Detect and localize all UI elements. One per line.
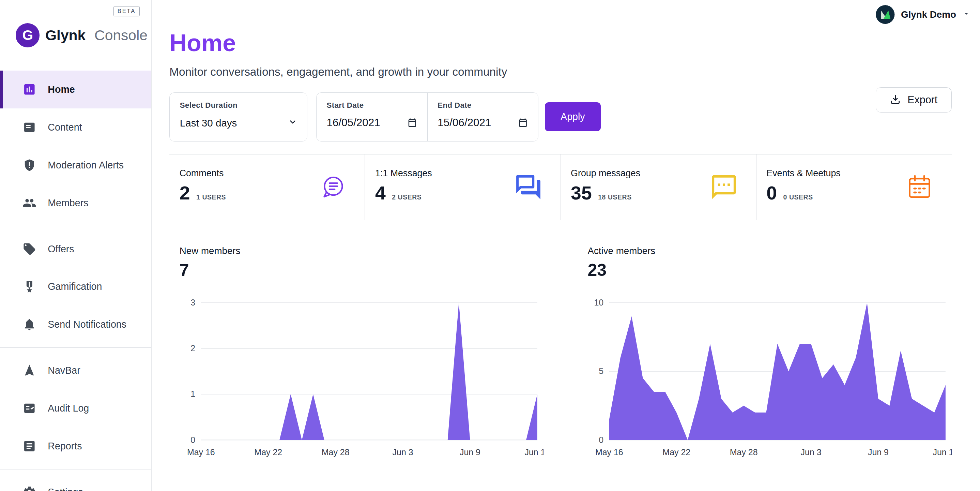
sidebar-item-navbar[interactable]: NavBar <box>0 352 151 389</box>
divider <box>169 483 952 483</box>
svg-text:10: 10 <box>594 297 603 307</box>
sidebar-item-settings[interactable]: Settings <box>0 473 151 491</box>
new-members-chart-block: New members 7 0123May 16May 22May 28Jun … <box>180 246 544 460</box>
sidebar-item-reports[interactable]: Reports <box>0 427 151 465</box>
calendar-icon <box>407 118 417 128</box>
svg-text:1: 1 <box>191 389 195 399</box>
end-date-input[interactable]: End Date 15/06/2021 <box>427 93 538 141</box>
svg-text:3: 3 <box>191 297 195 307</box>
caret-down-icon <box>962 9 970 21</box>
divider <box>0 469 151 470</box>
reports-icon <box>22 439 37 453</box>
sidebar: BETA G Glynk Console Home Content <box>0 0 152 491</box>
page-subtitle: Monitor conversations, engagement, and g… <box>169 65 952 78</box>
chevron-down-icon <box>288 117 297 129</box>
svg-text:5: 5 <box>599 366 603 376</box>
new-members-area-chart: 0123May 16May 22May 28Jun 3Jun 9Jun 15 <box>180 296 544 460</box>
chart-total: 7 <box>180 260 544 280</box>
svg-text:2: 2 <box>191 343 195 353</box>
svg-text:Jun 15: Jun 15 <box>932 447 952 457</box>
active-members-chart-block: Active members 23 0510May 16May 22May 28… <box>588 246 952 460</box>
duration-select[interactable]: Last 30 days <box>180 117 297 129</box>
members-icon <box>22 196 37 210</box>
gear-icon <box>22 485 37 491</box>
user-menu[interactable]: Glynk Demo <box>876 5 970 24</box>
charts-row: New members 7 0123May 16May 22May 28Jun … <box>169 246 952 460</box>
sidebar-item-label: NavBar <box>48 365 80 376</box>
calendar-icon <box>905 173 934 202</box>
svg-text:0: 0 <box>191 435 195 444</box>
filter-bar: Select Duration Last 30 days Start Date … <box>169 92 952 142</box>
end-date-label: End Date <box>438 101 528 110</box>
start-date-input[interactable]: Start Date 16/05/2021 <box>317 93 427 141</box>
beta-badge: BETA <box>113 6 140 16</box>
stats-row: Comments 2 1 USERS 1:1 Messages 4 <box>169 154 952 220</box>
stat-users: 1 USERS <box>196 193 226 201</box>
page-title: Home <box>169 29 952 57</box>
divider <box>0 347 151 348</box>
svg-text:May 16: May 16 <box>187 447 215 457</box>
date-range-field: Start Date 16/05/2021 End Date 15/06/202… <box>316 92 538 142</box>
sidebar-item-label: Content <box>48 122 82 133</box>
sidebar-item-label: Moderation Alerts <box>48 159 124 171</box>
sidebar-item-content[interactable]: Content <box>0 108 151 146</box>
stat-card-messages: 1:1 Messages 4 2 USERS <box>364 155 560 220</box>
sidebar-item-label: Settings <box>48 486 83 491</box>
medal-icon <box>22 280 37 294</box>
sidebar-item-label: Reports <box>48 440 82 452</box>
apply-button[interactable]: Apply <box>545 102 601 131</box>
comment-bubble-icon <box>318 173 347 202</box>
sidebar-item-label: Members <box>48 198 88 209</box>
brand-name: Glynk <box>45 27 86 44</box>
sidebar-nav: Home Content Moderation Alerts Members <box>0 70 151 491</box>
svg-text:Jun 9: Jun 9 <box>460 447 480 457</box>
export-button[interactable]: Export <box>876 87 952 113</box>
user-name: Glynk Demo <box>901 9 956 20</box>
duration-value: Last 30 days <box>180 117 237 129</box>
avatar <box>876 5 894 24</box>
chart-title: Active members <box>588 246 952 257</box>
shield-icon <box>22 158 37 172</box>
sidebar-item-send-notifications[interactable]: Send Notifications <box>0 306 151 343</box>
sidebar-item-label: Home <box>48 84 75 95</box>
svg-text:Jun 9: Jun 9 <box>867 447 888 457</box>
duration-field: Select Duration Last 30 days <box>169 92 307 142</box>
end-date-value: 15/06/2021 <box>438 116 491 129</box>
stat-users: 2 USERS <box>392 193 422 201</box>
svg-text:May 22: May 22 <box>662 447 690 457</box>
bar-chart-icon <box>22 83 37 97</box>
svg-text:Jun 3: Jun 3 <box>392 447 413 457</box>
audit-log-icon <box>22 401 37 415</box>
export-label: Export <box>907 94 937 106</box>
bell-icon <box>22 317 37 332</box>
chart-title: New members <box>180 246 544 257</box>
stat-users: 0 USERS <box>783 193 813 201</box>
stat-card-events: Events & Meetups 0 0 USERS <box>756 155 952 220</box>
sidebar-item-label: Gamification <box>48 281 102 292</box>
brand-suffix: Console <box>94 27 148 44</box>
stat-value: 2 <box>180 182 190 204</box>
sidebar-item-home[interactable]: Home <box>0 70 151 108</box>
download-icon <box>890 94 901 105</box>
group-chat-icon <box>710 173 738 202</box>
chat-bubbles-icon <box>514 173 543 202</box>
sidebar-item-moderation-alerts[interactable]: Moderation Alerts <box>0 146 151 184</box>
svg-text:Jun 3: Jun 3 <box>800 447 821 457</box>
start-date-label: Start Date <box>326 101 417 110</box>
main-content: Glynk Demo Home Monitor conversations, e… <box>152 0 980 491</box>
app-root: BETA G Glynk Console Home Content <box>0 0 980 491</box>
sidebar-item-audit-log[interactable]: Audit Log <box>0 389 151 427</box>
svg-text:Jun 15: Jun 15 <box>524 447 544 457</box>
stat-users: 18 USERS <box>598 193 632 201</box>
svg-text:May 22: May 22 <box>254 447 282 457</box>
active-members-area-chart: 0510May 16May 22May 28Jun 3Jun 9Jun 15 <box>588 296 952 460</box>
stat-value: 0 <box>766 182 777 204</box>
svg-text:May 28: May 28 <box>322 447 350 457</box>
sidebar-item-members[interactable]: Members <box>0 184 151 222</box>
divider <box>0 226 151 226</box>
start-date-value: 16/05/2021 <box>326 116 380 129</box>
stat-value: 4 <box>375 182 386 204</box>
sidebar-item-offers[interactable]: Offers <box>0 230 151 268</box>
sidebar-item-gamification[interactable]: Gamification <box>0 268 151 306</box>
content-icon <box>22 120 37 134</box>
